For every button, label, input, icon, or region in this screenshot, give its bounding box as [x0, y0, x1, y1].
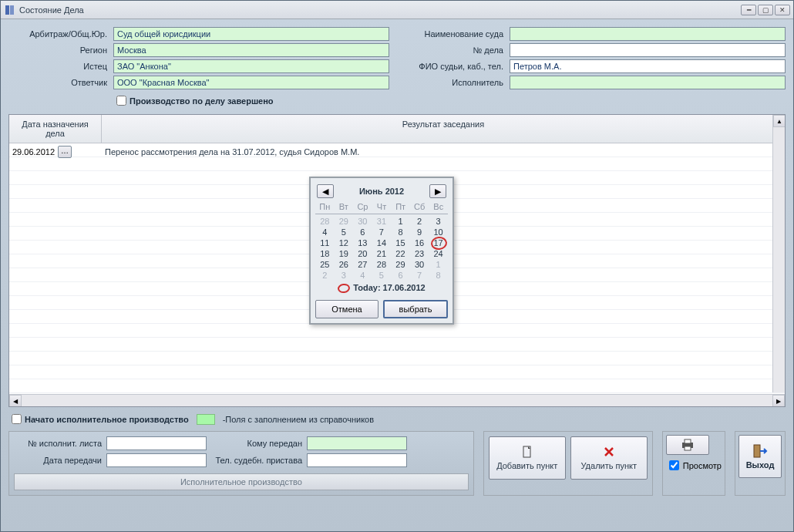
cal-day-cell[interactable]: 19: [335, 248, 354, 259]
executor-input[interactable]: [510, 76, 786, 89]
exec-no-input[interactable]: [106, 436, 207, 450]
printer-icon: [681, 439, 695, 451]
cal-day-cell[interactable]: 24: [429, 248, 448, 259]
cal-day-cell[interactable]: 5: [372, 270, 392, 281]
label-arbitrazh: Арбитраж/Общ.Юр.: [8, 29, 113, 39]
maximize-button[interactable]: ▢: [758, 5, 773, 15]
caseno-input[interactable]: [510, 43, 786, 57]
cal-day-cell[interactable]: 30: [353, 216, 372, 227]
cal-dow-label: Сб: [410, 201, 429, 212]
cal-day-cell[interactable]: 23: [410, 248, 429, 259]
cal-day-cell[interactable]: 25: [315, 259, 335, 270]
cal-day-cell[interactable]: 16: [410, 237, 429, 248]
scroll-left-icon[interactable]: ◀: [9, 395, 22, 407]
cal-day-cell[interactable]: 1: [429, 259, 448, 270]
cal-day-cell[interactable]: 30: [410, 259, 429, 270]
exec-date-input[interactable]: [106, 453, 207, 467]
cal-day-cell[interactable]: 26: [335, 259, 354, 270]
preview-label: Просмотр: [683, 461, 722, 470]
cal-day-cell[interactable]: 21: [372, 248, 392, 259]
cal-day-cell[interactable]: 13: [353, 237, 372, 248]
cal-day-cell[interactable]: 8: [391, 227, 410, 237]
cal-day-cell[interactable]: 27: [353, 259, 372, 270]
delete-icon: [603, 446, 615, 458]
cal-day-cell[interactable]: 31: [372, 216, 392, 227]
cal-day-cell[interactable]: 14: [372, 237, 392, 248]
cal-day-cell[interactable]: 2: [315, 270, 335, 281]
label-court: Наименование суда: [405, 29, 510, 39]
case-closed-label: Производство по делу завершено: [130, 96, 274, 106]
court-input[interactable]: [510, 27, 786, 41]
case-closed-checkbox[interactable]: [116, 96, 126, 106]
cal-day-cell[interactable]: 12: [335, 237, 354, 248]
region-input[interactable]: [113, 43, 389, 57]
minimize-button[interactable]: ━: [741, 5, 756, 15]
cal-next-button[interactable]: ▶: [429, 184, 446, 198]
exit-icon: [752, 443, 768, 459]
svg-rect-4: [685, 439, 691, 443]
date-picker-popup: ◀ Июнь 2012 ▶ ПнВтСрЧтПтСбВс 28293031123…: [309, 177, 454, 325]
cal-day-cell[interactable]: 15: [391, 237, 410, 248]
cal-day-cell[interactable]: 5: [335, 227, 354, 237]
cal-title[interactable]: Июнь 2012: [359, 187, 404, 196]
exec-to-input[interactable]: [307, 436, 407, 450]
preview-checkbox[interactable]: [669, 460, 679, 470]
exit-button[interactable]: Выход: [738, 435, 782, 478]
svg-rect-5: [685, 446, 691, 450]
cal-day-cell[interactable]: 8: [429, 270, 448, 281]
cal-day-cell[interactable]: 3: [335, 270, 354, 281]
cal-day-cell[interactable]: 10: [429, 227, 448, 237]
scroll-right-icon[interactable]: ▶: [772, 395, 785, 407]
cal-day-cell[interactable]: 17: [429, 237, 448, 248]
otvetchik-input[interactable]: [113, 76, 389, 89]
cal-dow-label: Пн: [315, 201, 335, 212]
cal-select-button[interactable]: выбрать: [383, 300, 448, 318]
cal-dow-label: Вт: [335, 201, 354, 212]
cal-day-cell[interactable]: 28: [315, 216, 335, 227]
cal-day-cell[interactable]: 20: [353, 248, 372, 259]
print-button[interactable]: [666, 435, 709, 455]
cal-dow-label: Ср: [353, 201, 372, 212]
legend-swatch: [197, 414, 215, 425]
bailiff-input[interactable]: [307, 453, 407, 467]
result-cell[interactable]: Перенос рассмотрения дела на 31.07.2012,…: [102, 146, 785, 158]
cal-day-cell[interactable]: 29: [391, 259, 410, 270]
cal-day-cell[interactable]: 28: [372, 259, 392, 270]
cal-day-cell[interactable]: 11: [315, 237, 335, 248]
cal-day-cell[interactable]: 9: [410, 227, 429, 237]
cal-day-cell[interactable]: 1: [391, 216, 410, 227]
label-bailiff: Тел. судебн. пристава: [214, 456, 307, 465]
cal-day-cell[interactable]: 22: [391, 248, 410, 259]
scroll-up-icon[interactable]: ▲: [773, 115, 786, 127]
cal-day-cell[interactable]: 29: [335, 216, 354, 227]
cal-day-cell[interactable]: 4: [315, 227, 335, 237]
exec-started-checkbox[interactable]: [12, 414, 22, 424]
vertical-scrollbar[interactable]: ▲: [772, 115, 785, 392]
cal-day-cell[interactable]: 18: [315, 248, 335, 259]
cal-day-cell[interactable]: 3: [429, 216, 448, 227]
arbitrazh-input[interactable]: [113, 27, 389, 41]
cal-day-cell[interactable]: 7: [372, 227, 392, 237]
cal-day-cell[interactable]: 4: [353, 270, 372, 281]
label-judge: ФИО судьи, каб., тел.: [405, 62, 510, 71]
add-item-button[interactable]: Добавить пункт: [489, 436, 566, 480]
cal-today-row[interactable]: Today: 17.06.2012: [315, 281, 448, 297]
cal-prev-button[interactable]: ◀: [317, 184, 334, 198]
col-date-header[interactable]: Дата назначения дела: [9, 115, 102, 143]
today-circle-icon: [338, 283, 352, 294]
close-button[interactable]: ✕: [775, 5, 790, 15]
label-exec-to: Кому передан: [214, 439, 307, 448]
horizontal-scrollbar[interactable]: ◀ ▶: [9, 394, 785, 406]
table-row[interactable]: 29.06.2012…Перенос рассмотрения дела на …: [9, 143, 785, 160]
istec-input[interactable]: [113, 59, 389, 73]
cal-cancel-button[interactable]: Отмена: [315, 300, 378, 318]
cal-day-cell[interactable]: 2: [410, 216, 429, 227]
cal-day-cell[interactable]: 6: [353, 227, 372, 237]
delete-item-button[interactable]: Удалить пункт: [570, 436, 648, 480]
date-picker-button[interactable]: …: [58, 146, 72, 158]
cal-day-cell[interactable]: 6: [391, 270, 410, 281]
judge-input[interactable]: [510, 59, 786, 73]
window-icon: [4, 4, 16, 16]
col-result-header[interactable]: Результат заседания: [102, 115, 785, 143]
cal-day-cell[interactable]: 7: [410, 270, 429, 281]
